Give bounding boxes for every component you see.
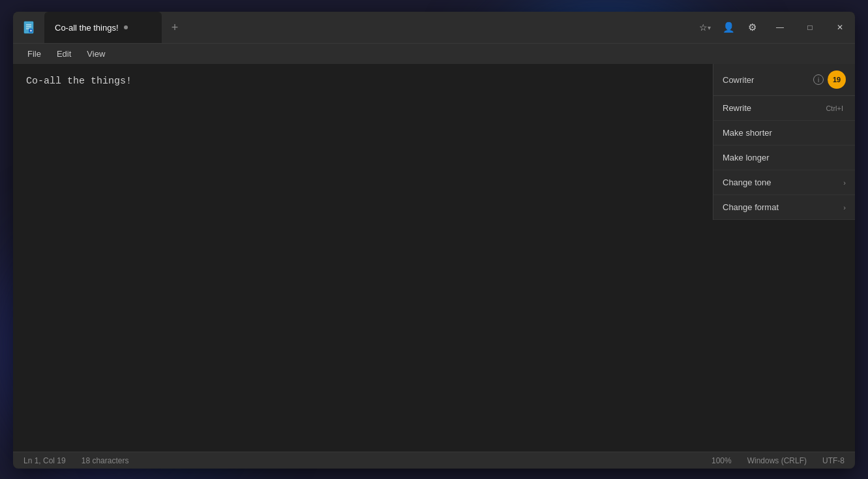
minimize-button[interactable]: —: [765, 12, 795, 43]
cowriter-header: Cowriter i 19: [713, 64, 855, 96]
cowriter-menu: Rewrite Ctrl+I Make shorter Make longer …: [713, 96, 855, 220]
cowriter-make-longer-item[interactable]: Make longer: [713, 146, 855, 170]
status-line-ending[interactable]: Windows (CRLF): [747, 456, 807, 465]
status-encoding[interactable]: UTF-8: [822, 456, 845, 465]
status-zoom[interactable]: 100%: [711, 456, 732, 465]
favorites-button[interactable]: ☆ ▾: [695, 17, 715, 38]
new-tab-button[interactable]: +: [164, 17, 185, 38]
window-controls: — □ ✕: [765, 12, 855, 43]
active-tab[interactable]: Co-all the things!: [44, 12, 162, 43]
menu-view[interactable]: View: [80, 46, 112, 61]
title-bar-left: Co-all the things! +: [13, 12, 695, 43]
account-button[interactable]: 👤: [718, 17, 739, 38]
cowriter-change-format-item[interactable]: Change format ›: [713, 195, 855, 220]
cowriter-rewrite-item[interactable]: Rewrite Ctrl+I: [713, 96, 855, 121]
cowriter-change-tone-label: Change tone: [723, 178, 771, 187]
tab-title: Co-all the things!: [55, 23, 119, 33]
settings-button[interactable]: ⚙: [741, 17, 762, 38]
cowriter-make-shorter-label: Make shorter: [723, 128, 772, 138]
title-bar: Co-all the things! + ☆ ▾ 👤 ⚙ —: [13, 12, 855, 43]
tab-modified-dot: [124, 25, 128, 29]
status-bar: Ln 1, Col 19 18 characters 100% Windows …: [13, 452, 855, 469]
status-characters: 18 characters: [82, 456, 129, 465]
menu-edit[interactable]: Edit: [50, 46, 78, 61]
menu-file[interactable]: File: [21, 46, 48, 61]
notepad-window: Co-all the things! + ☆ ▾ 👤 ⚙ —: [13, 12, 855, 469]
editor-container: Co-all the things! Cowriter i 19 Rewrite…: [13, 64, 855, 452]
change-tone-chevron-icon: ›: [843, 179, 846, 187]
cowriter-change-format-label: Change format: [723, 202, 779, 212]
status-bar-right: 100% Windows (CRLF) UTF-8: [711, 456, 845, 465]
menu-bar: File Edit View: [13, 43, 855, 64]
cowriter-make-longer-label: Make longer: [723, 153, 770, 162]
notepad-icon-svg: [22, 21, 35, 34]
app-icon: [13, 12, 44, 43]
cowriter-rewrite-shortcut: Ctrl+I: [826, 104, 843, 112]
cowriter-badge: 19: [828, 70, 846, 89]
cowriter-panel: Cowriter i 19 Rewrite Ctrl+I Make shorte…: [713, 64, 855, 220]
close-button[interactable]: ✕: [825, 12, 855, 43]
maximize-button[interactable]: □: [795, 12, 825, 43]
cowriter-change-tone-item[interactable]: Change tone ›: [713, 170, 855, 195]
change-format-chevron-icon: ›: [843, 204, 846, 211]
title-bar-right: ☆ ▾ 👤 ⚙: [695, 17, 765, 38]
cowriter-title: Cowriter: [723, 75, 809, 85]
cowriter-info-button[interactable]: i: [813, 74, 824, 85]
cowriter-make-shorter-item[interactable]: Make shorter: [713, 121, 855, 146]
status-position: Ln 1, Col 19: [23, 456, 66, 465]
cowriter-rewrite-label: Rewrite: [723, 103, 751, 113]
